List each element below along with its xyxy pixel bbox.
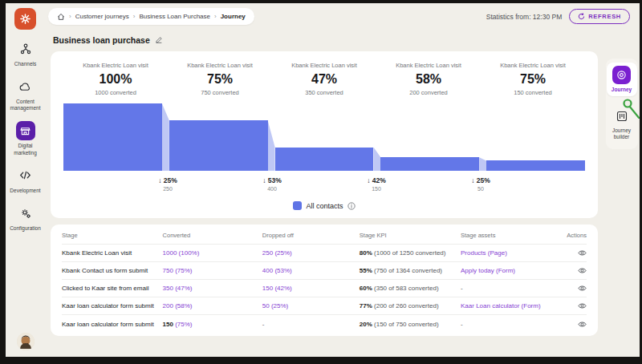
column-header: Converted [163,232,262,239]
refresh-button[interactable]: REFRESH [569,9,630,24]
funnel-connector [268,120,275,171]
stage-percent: 47% [272,72,376,87]
funnel-bar-stage-4[interactable] [380,157,479,171]
converted-value[interactable]: 350 [163,285,173,292]
dropoff-percent: ↓ 42% [367,176,386,184]
rail-item-journey-builder[interactable]: Journey builder [607,103,637,144]
dropoff-percent: ↓ 53% [262,176,282,184]
stage-converted: 350 converted [272,89,376,96]
sidebar-item-label: Configuration [10,225,41,232]
left-sidebar: Channels Content management Digital mark… [6,3,45,357]
journey-builder-icon [612,107,631,125]
user-avatar[interactable] [17,333,35,350]
dropped-cell[interactable]: - [262,321,360,328]
sidebar-item-label: Content management [6,99,45,111]
converted-value[interactable]: 1000 [163,249,177,257]
stage-name: Kbank Electric Loan visit [272,62,376,69]
kpi-detail: (200 of 260 converted) [374,302,439,309]
table-row: Kaar loan calculator form submit 200 (58… [62,297,587,315]
info-icon[interactable] [347,202,356,210]
stage-percent: 100% [63,72,168,87]
main-area: › Customer journeys › Business Loan Purc… [45,3,640,357]
stage-converted: 1000 converted [63,89,168,96]
dropoff-percent: ↓ 25% [471,176,490,184]
breadcrumb-item-current[interactable]: Journey [221,13,246,20]
stage-name: Kbank Electric Loan visit [376,62,481,69]
sidebar-item-channels[interactable]: Channels [6,39,45,67]
dropoff-percent: ↓ 25% [158,176,177,184]
refresh-icon [578,13,585,20]
funnel-connector [373,148,380,171]
view-action-icon[interactable] [578,266,587,275]
stage-name: Kbank Electric Loan visit [168,62,272,69]
converted-pct: (47%) [175,285,192,292]
funnel-bar-stage-5[interactable] [486,160,585,171]
configuration-icon [16,204,35,223]
legend-label: All contacts [306,202,343,210]
column-header: Stage [62,232,163,239]
converted-value[interactable]: 150 [163,321,173,328]
kpi-detail: (150 of 750 converted) [374,321,439,328]
asset-link[interactable]: Apply today (Form) [461,267,550,274]
sidebar-item-label: Digital marketing [6,143,45,156]
refresh-label: REFRESH [588,13,621,20]
funnel-bar-stage-1[interactable] [63,103,162,171]
digital-marketing-icon [16,121,35,140]
dropped-cell[interactable]: 250 (25%) [262,249,360,257]
view-action-icon[interactable] [578,284,587,293]
asset-link[interactable]: Products (Page) [461,249,550,257]
dropped-cell[interactable]: 150 (42%) [262,285,360,292]
stage-converted: 150 converted [481,89,585,96]
funnel-bar-stage-3[interactable] [275,148,374,171]
kpi-value: 80% [360,249,372,257]
stage-cell: Clicked to Kaar site from email [62,285,163,292]
funnel-stage-header: Kbank Electric Loan visit 58% 200 conver… [376,62,481,96]
funnel-bar-stage-2[interactable] [169,120,268,171]
view-action-icon[interactable] [578,301,587,310]
sidebar-item-configuration[interactable]: Configuration [6,204,45,232]
asset-link[interactable]: Kaar Loan calculator (Form) [461,302,550,309]
asset-link[interactable]: - [461,321,550,328]
stage-name: Kbank Electric Loan visit [481,62,585,69]
converted-value[interactable]: 750 [163,267,173,274]
dropoff-label: ↓ 25% 250 [158,176,177,192]
topbar-right: Statistics from: 12:30 PM REFRESH [486,9,630,24]
stage-cell: Kbank Electric Loan visit [62,249,163,257]
content: Business loan purchase Kbank Electric Lo… [45,30,603,357]
dropped-cell[interactable]: 50 (25%) [262,302,360,309]
kpi-detail: (1000 of 1250 converted) [374,249,445,257]
table-row: Kaar loan calculator form submit 150 (75… [62,315,587,333]
breadcrumb-item[interactable]: Customer journeys [75,13,129,20]
view-action-icon[interactable] [578,320,587,329]
view-action-icon[interactable] [578,249,587,257]
dropped-cell[interactable]: 400 (53%) [262,267,360,274]
app-logo-icon[interactable] [14,8,36,30]
edit-title-icon[interactable] [155,36,163,44]
legend-swatch [293,201,302,210]
journey-icon [612,66,631,84]
rail-item-label: Journey builder [607,127,637,140]
column-header: Stage assets [461,232,550,239]
kpi-value: 77% [360,302,372,309]
funnel-chart [63,103,585,171]
channels-icon [16,39,35,59]
sidebar-item-label: Development [10,188,40,194]
sidebar-item-development[interactable]: Development [6,166,45,194]
asset-link[interactable]: - [461,285,550,292]
sidebar-item-digital-marketing[interactable]: Digital marketing [6,121,45,156]
stage-cell: Kaar loan calculator form submit [62,321,163,328]
funnel-card: Kbank Electric Loan visit 100% 1000 conv… [51,51,598,218]
breadcrumb-separator: › [69,13,71,20]
right-rail: Journey Journey builder [603,30,640,357]
rail-item-journey[interactable]: Journey [607,63,637,96]
breadcrumb-item[interactable]: Business Loan Purchase [139,13,210,20]
converted-value[interactable]: 200 [163,302,173,309]
column-header: Stage KPI [360,232,461,239]
stage-percent: 75% [481,72,585,87]
dropoff-label: ↓ 42% 150 [367,176,386,192]
topbar: › Customer journeys › Business Loan Purc… [45,3,640,30]
chart-legend: All contacts [63,196,585,213]
breadcrumb-separator: › [214,13,217,20]
home-icon[interactable] [57,13,65,21]
sidebar-item-content-management[interactable]: Content management [6,77,45,111]
